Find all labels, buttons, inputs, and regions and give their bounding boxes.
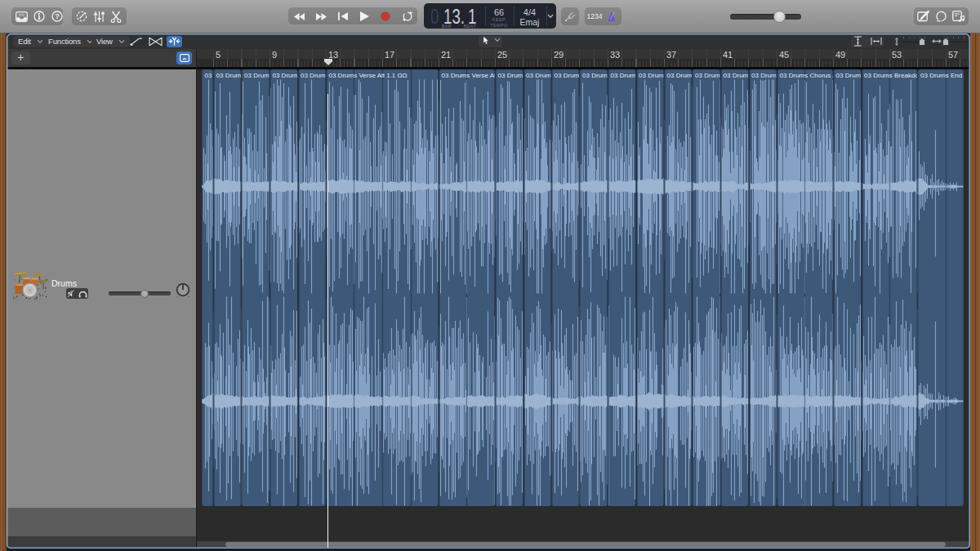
svg-text:03: 03 [205,72,212,79]
svg-text:03 Drums Chorus A: 03 Drums Chorus A [780,72,837,79]
svg-text:03 Drum: 03 Drum [526,72,551,79]
svg-text:03 Drum: 03 Drum [216,72,242,79]
svg-text:03 Drum: 03 Drum [582,72,608,79]
svg-text:03 Drum: 03 Drum [611,72,636,79]
svg-text:03 Drums Breakdo: 03 Drums Breakdo [864,72,919,79]
svg-text:03 Drum: 03 Drum [667,72,693,79]
svg-text:?: ? [55,12,60,20]
svg-text:03 Drum: 03 Drum [639,72,664,79]
svg-text:03 Drum: 03 Drum [273,72,298,79]
svg-text:03 Drum: 03 Drum [498,72,523,79]
svg-text:03 Drum: 03 Drum [836,72,862,79]
svg-text:03 Drum: 03 Drum [555,72,580,79]
svg-text:03 Drum: 03 Drum [724,72,749,79]
svg-text:03 Drum: 03 Drum [751,72,777,79]
svg-text:03 Drums End: 03 Drums End [920,72,962,79]
svg-text:03 Drum: 03 Drum [301,72,326,79]
svg-text:03 Drums Verse Alt: 03 Drums Verse Alt [442,72,498,79]
svg-text:03 Drum: 03 Drum [695,72,720,79]
svg-text:03 Drums Verse Alt 1.1 ΩΩ: 03 Drums Verse Alt 1.1 ΩΩ [329,72,408,79]
svg-text:03 Drum: 03 Drum [244,72,270,79]
